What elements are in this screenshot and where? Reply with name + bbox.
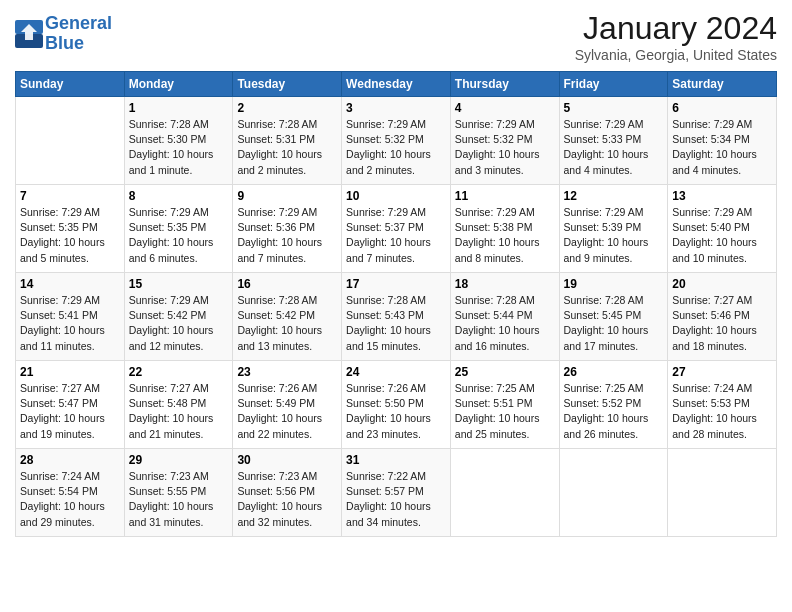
- day-info: Sunrise: 7:29 AMSunset: 5:33 PMDaylight:…: [564, 117, 664, 178]
- day-number: 5: [564, 101, 664, 115]
- day-info: Sunrise: 7:29 AMSunset: 5:40 PMDaylight:…: [672, 205, 772, 266]
- day-info: Sunrise: 7:28 AMSunset: 5:45 PMDaylight:…: [564, 293, 664, 354]
- calendar-day-cell: 4Sunrise: 7:29 AMSunset: 5:32 PMDaylight…: [450, 97, 559, 185]
- calendar-day-cell: 2Sunrise: 7:28 AMSunset: 5:31 PMDaylight…: [233, 97, 342, 185]
- day-number: 7: [20, 189, 120, 203]
- calendar-day-cell: 1Sunrise: 7:28 AMSunset: 5:30 PMDaylight…: [124, 97, 233, 185]
- day-number: 18: [455, 277, 555, 291]
- page-header: General Blue January 2024 Sylvania, Geor…: [15, 10, 777, 63]
- calendar-table: SundayMondayTuesdayWednesdayThursdayFrid…: [15, 71, 777, 537]
- day-number: 11: [455, 189, 555, 203]
- calendar-week-row: 14Sunrise: 7:29 AMSunset: 5:41 PMDayligh…: [16, 273, 777, 361]
- day-info: Sunrise: 7:28 AMSunset: 5:30 PMDaylight:…: [129, 117, 229, 178]
- title-block: January 2024 Sylvania, Georgia, United S…: [575, 10, 777, 63]
- calendar-day-cell: [668, 449, 777, 537]
- day-number: 2: [237, 101, 337, 115]
- day-number: 15: [129, 277, 229, 291]
- day-number: 20: [672, 277, 772, 291]
- day-info: Sunrise: 7:22 AMSunset: 5:57 PMDaylight:…: [346, 469, 446, 530]
- calendar-day-cell: 13Sunrise: 7:29 AMSunset: 5:40 PMDayligh…: [668, 185, 777, 273]
- calendar-day-cell: 14Sunrise: 7:29 AMSunset: 5:41 PMDayligh…: [16, 273, 125, 361]
- weekday-header: Sunday: [16, 72, 125, 97]
- day-info: Sunrise: 7:29 AMSunset: 5:41 PMDaylight:…: [20, 293, 120, 354]
- calendar-day-cell: 31Sunrise: 7:22 AMSunset: 5:57 PMDayligh…: [342, 449, 451, 537]
- day-number: 8: [129, 189, 229, 203]
- calendar-day-cell: 30Sunrise: 7:23 AMSunset: 5:56 PMDayligh…: [233, 449, 342, 537]
- day-info: Sunrise: 7:26 AMSunset: 5:50 PMDaylight:…: [346, 381, 446, 442]
- day-info: Sunrise: 7:29 AMSunset: 5:39 PMDaylight:…: [564, 205, 664, 266]
- day-number: 3: [346, 101, 446, 115]
- calendar-day-cell: 26Sunrise: 7:25 AMSunset: 5:52 PMDayligh…: [559, 361, 668, 449]
- day-info: Sunrise: 7:29 AMSunset: 5:34 PMDaylight:…: [672, 117, 772, 178]
- logo-blue: Blue: [45, 33, 84, 53]
- day-info: Sunrise: 7:29 AMSunset: 5:35 PMDaylight:…: [129, 205, 229, 266]
- weekday-header: Saturday: [668, 72, 777, 97]
- day-number: 4: [455, 101, 555, 115]
- day-number: 1: [129, 101, 229, 115]
- calendar-day-cell: 25Sunrise: 7:25 AMSunset: 5:51 PMDayligh…: [450, 361, 559, 449]
- day-info: Sunrise: 7:27 AMSunset: 5:47 PMDaylight:…: [20, 381, 120, 442]
- day-number: 12: [564, 189, 664, 203]
- calendar-day-cell: 8Sunrise: 7:29 AMSunset: 5:35 PMDaylight…: [124, 185, 233, 273]
- weekday-header-row: SundayMondayTuesdayWednesdayThursdayFrid…: [16, 72, 777, 97]
- location-title: Sylvania, Georgia, United States: [575, 47, 777, 63]
- day-info: Sunrise: 7:25 AMSunset: 5:52 PMDaylight:…: [564, 381, 664, 442]
- day-number: 14: [20, 277, 120, 291]
- calendar-day-cell: [450, 449, 559, 537]
- day-info: Sunrise: 7:29 AMSunset: 5:42 PMDaylight:…: [129, 293, 229, 354]
- day-info: Sunrise: 7:26 AMSunset: 5:49 PMDaylight:…: [237, 381, 337, 442]
- calendar-day-cell: 24Sunrise: 7:26 AMSunset: 5:50 PMDayligh…: [342, 361, 451, 449]
- calendar-day-cell: [16, 97, 125, 185]
- day-info: Sunrise: 7:27 AMSunset: 5:46 PMDaylight:…: [672, 293, 772, 354]
- calendar-day-cell: 20Sunrise: 7:27 AMSunset: 5:46 PMDayligh…: [668, 273, 777, 361]
- calendar-day-cell: 3Sunrise: 7:29 AMSunset: 5:32 PMDaylight…: [342, 97, 451, 185]
- day-number: 21: [20, 365, 120, 379]
- weekday-header: Monday: [124, 72, 233, 97]
- month-title: January 2024: [575, 10, 777, 47]
- logo-text: General Blue: [45, 14, 112, 54]
- day-number: 24: [346, 365, 446, 379]
- logo: General Blue: [15, 14, 112, 54]
- day-info: Sunrise: 7:23 AMSunset: 5:56 PMDaylight:…: [237, 469, 337, 530]
- day-info: Sunrise: 7:28 AMSunset: 5:43 PMDaylight:…: [346, 293, 446, 354]
- weekday-header: Friday: [559, 72, 668, 97]
- day-number: 10: [346, 189, 446, 203]
- calendar-day-cell: 11Sunrise: 7:29 AMSunset: 5:38 PMDayligh…: [450, 185, 559, 273]
- calendar-week-row: 28Sunrise: 7:24 AMSunset: 5:54 PMDayligh…: [16, 449, 777, 537]
- day-info: Sunrise: 7:25 AMSunset: 5:51 PMDaylight:…: [455, 381, 555, 442]
- day-number: 13: [672, 189, 772, 203]
- calendar-day-cell: 16Sunrise: 7:28 AMSunset: 5:42 PMDayligh…: [233, 273, 342, 361]
- calendar-day-cell: 5Sunrise: 7:29 AMSunset: 5:33 PMDaylight…: [559, 97, 668, 185]
- logo-icon: [15, 20, 43, 48]
- day-number: 28: [20, 453, 120, 467]
- day-number: 16: [237, 277, 337, 291]
- day-info: Sunrise: 7:23 AMSunset: 5:55 PMDaylight:…: [129, 469, 229, 530]
- day-info: Sunrise: 7:29 AMSunset: 5:36 PMDaylight:…: [237, 205, 337, 266]
- day-info: Sunrise: 7:24 AMSunset: 5:53 PMDaylight:…: [672, 381, 772, 442]
- logo-general: General: [45, 13, 112, 33]
- calendar-day-cell: 29Sunrise: 7:23 AMSunset: 5:55 PMDayligh…: [124, 449, 233, 537]
- calendar-day-cell: 12Sunrise: 7:29 AMSunset: 5:39 PMDayligh…: [559, 185, 668, 273]
- weekday-header: Thursday: [450, 72, 559, 97]
- calendar-day-cell: 23Sunrise: 7:26 AMSunset: 5:49 PMDayligh…: [233, 361, 342, 449]
- day-info: Sunrise: 7:29 AMSunset: 5:37 PMDaylight:…: [346, 205, 446, 266]
- calendar-day-cell: 27Sunrise: 7:24 AMSunset: 5:53 PMDayligh…: [668, 361, 777, 449]
- day-info: Sunrise: 7:28 AMSunset: 5:31 PMDaylight:…: [237, 117, 337, 178]
- day-number: 27: [672, 365, 772, 379]
- calendar-day-cell: 6Sunrise: 7:29 AMSunset: 5:34 PMDaylight…: [668, 97, 777, 185]
- calendar-day-cell: [559, 449, 668, 537]
- calendar-day-cell: 10Sunrise: 7:29 AMSunset: 5:37 PMDayligh…: [342, 185, 451, 273]
- calendar-week-row: 1Sunrise: 7:28 AMSunset: 5:30 PMDaylight…: [16, 97, 777, 185]
- calendar-day-cell: 28Sunrise: 7:24 AMSunset: 5:54 PMDayligh…: [16, 449, 125, 537]
- day-info: Sunrise: 7:29 AMSunset: 5:38 PMDaylight:…: [455, 205, 555, 266]
- calendar-week-row: 21Sunrise: 7:27 AMSunset: 5:47 PMDayligh…: [16, 361, 777, 449]
- day-info: Sunrise: 7:29 AMSunset: 5:35 PMDaylight:…: [20, 205, 120, 266]
- calendar-day-cell: 9Sunrise: 7:29 AMSunset: 5:36 PMDaylight…: [233, 185, 342, 273]
- calendar-day-cell: 7Sunrise: 7:29 AMSunset: 5:35 PMDaylight…: [16, 185, 125, 273]
- calendar-week-row: 7Sunrise: 7:29 AMSunset: 5:35 PMDaylight…: [16, 185, 777, 273]
- day-number: 30: [237, 453, 337, 467]
- day-number: 26: [564, 365, 664, 379]
- day-number: 9: [237, 189, 337, 203]
- day-number: 25: [455, 365, 555, 379]
- calendar-day-cell: 21Sunrise: 7:27 AMSunset: 5:47 PMDayligh…: [16, 361, 125, 449]
